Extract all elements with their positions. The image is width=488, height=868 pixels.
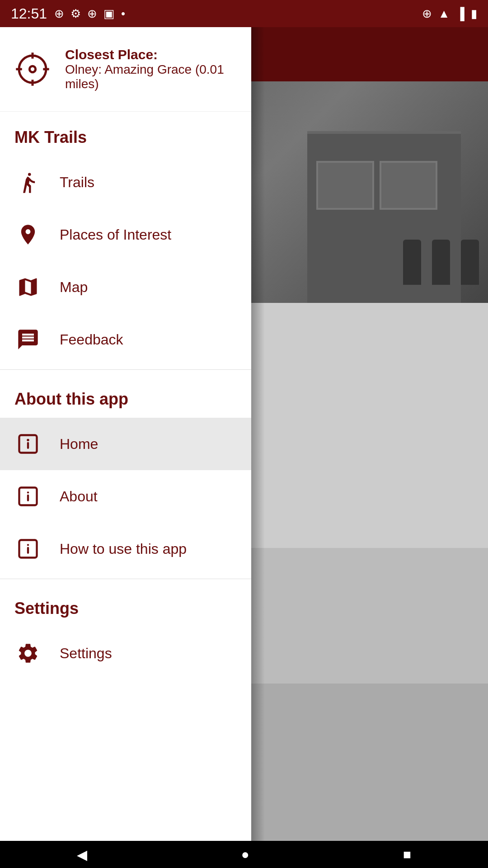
settings-icon: ⚙ <box>70 7 81 21</box>
crosshair-icon <box>14 51 51 87</box>
menu-item-about[interactable]: About <box>0 470 251 523</box>
trails-label: Trails <box>60 174 94 191</box>
divider-2 <box>0 579 251 579</box>
signal-icon: ▐ <box>456 7 465 21</box>
info-howto-icon <box>14 535 42 562</box>
back-button[interactable]: ◀ <box>77 847 87 863</box>
menu-item-settings[interactable]: Settings <box>0 627 251 679</box>
menu-item-how-to[interactable]: How to use this app <box>0 523 251 575</box>
location2-icon: ⊕ <box>87 7 97 21</box>
drawer-shadow <box>251 27 265 841</box>
closest-place-text: Closest Place: Olney: Amazing Grace (0.0… <box>65 47 237 91</box>
wifi-icon: ▲ <box>438 7 450 21</box>
map-label: Map <box>60 279 88 296</box>
svg-point-0 <box>19 56 46 83</box>
svg-point-14 <box>27 544 29 546</box>
closest-place-section: Closest Place: Olney: Amazing Grace (0.0… <box>0 27 251 112</box>
menu-item-trails[interactable]: Trails <box>0 156 251 208</box>
dot-icon: • <box>121 7 125 21</box>
info-home-icon <box>14 430 42 458</box>
home-button[interactable]: ● <box>241 847 249 862</box>
status-time: 12:51 <box>11 5 47 22</box>
battery-icon: ▮ <box>471 7 477 21</box>
menu-item-map[interactable]: Map <box>0 261 251 313</box>
gear-icon <box>14 640 42 667</box>
status-right-icons: ⊕ ▲ ▐ ▮ <box>422 7 477 21</box>
menu-item-home[interactable]: Home <box>0 418 251 470</box>
settings-section-header: Settings <box>0 583 251 627</box>
about-label: About <box>60 488 98 505</box>
closest-place-value: Olney: Amazing Grace (0.01 miles) <box>65 62 237 91</box>
map-icon <box>14 274 42 301</box>
about-section-header: About this app <box>0 373 251 418</box>
recent-button[interactable]: ■ <box>403 847 411 862</box>
drawer-overlay: Closest Place: Olney: Amazing Grace (0.0… <box>0 27 488 841</box>
status-left: 12:51 ⊕ ⚙ ⊕ ▣ • <box>11 5 125 22</box>
clipboard-icon: ▣ <box>103 7 115 21</box>
bottom-navigation: ◀ ● ■ <box>0 841 488 868</box>
svg-point-11 <box>27 491 29 493</box>
settings-label: Settings <box>60 645 112 662</box>
location-pin-icon <box>14 221 42 248</box>
feedback-label: Feedback <box>60 331 123 348</box>
places-label: Places of Interest <box>60 226 171 243</box>
feedback-icon <box>14 326 42 353</box>
menu-item-feedback[interactable]: Feedback <box>0 313 251 366</box>
home-label: Home <box>60 436 98 453</box>
status-bar: 12:51 ⊕ ⚙ ⊕ ▣ • ⊕ ▲ ▐ ▮ <box>0 0 488 27</box>
gps-icon: ⊕ <box>422 7 432 21</box>
info-about-icon <box>14 483 42 510</box>
divider-1 <box>0 369 251 370</box>
app-title: MK Trails <box>0 112 251 156</box>
menu-item-places[interactable]: Places of Interest <box>0 208 251 261</box>
walk-icon <box>14 169 42 196</box>
svg-point-9 <box>27 439 29 441</box>
navigation-drawer: Closest Place: Olney: Amazing Grace (0.0… <box>0 27 251 841</box>
svg-point-1 <box>29 66 35 72</box>
status-left-icons: ⊕ ⚙ ⊕ ▣ • <box>54 7 125 21</box>
how-to-label: How to use this app <box>60 541 187 557</box>
location-icon: ⊕ <box>54 7 64 21</box>
closest-place-label: Closest Place: <box>65 47 237 62</box>
